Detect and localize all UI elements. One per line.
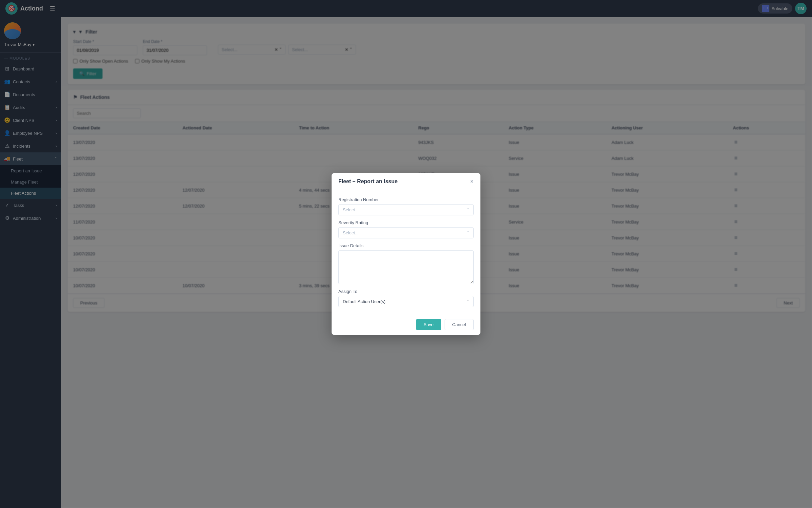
assign-to-text: Default Action User(s) (343, 299, 385, 304)
report-issue-modal: Fleet – Report an Issue × Registration N… (332, 173, 480, 335)
cancel-button[interactable]: Cancel (445, 319, 474, 330)
registration-number-label: Registration Number (338, 197, 474, 202)
issue-details-label: Issue Details (338, 243, 474, 248)
severity-chevron-icon: ˅ (467, 230, 469, 235)
severity-rating-label: Severity Rating (338, 220, 474, 225)
severity-select-text: Select... (343, 230, 359, 235)
modal-body: Registration Number Select... ˅ Severity… (332, 190, 480, 314)
registration-chevron-icon: ˅ (467, 207, 469, 212)
assign-to-chevron-icon: ˅ (467, 299, 469, 304)
assign-to-label: Assign To (338, 289, 474, 294)
assign-to-group: Assign To Default Action User(s) ˅ (338, 289, 474, 307)
severity-rating-select[interactable]: Select... ˅ (338, 227, 474, 238)
severity-rating-group: Severity Rating Select... ˅ (338, 220, 474, 238)
assign-to-select[interactable]: Default Action User(s) ˅ (338, 296, 474, 307)
modal-footer: Save Cancel (332, 314, 480, 335)
registration-select-text: Select... (343, 207, 359, 212)
modal-title: Fleet – Report an Issue (338, 178, 398, 185)
save-button[interactable]: Save (416, 319, 441, 330)
issue-details-textarea[interactable] (338, 250, 474, 284)
registration-number-group: Registration Number Select... ˅ (338, 197, 474, 215)
modal-header: Fleet – Report an Issue × (332, 173, 480, 190)
registration-number-select[interactable]: Select... ˅ (338, 204, 474, 215)
issue-details-group: Issue Details (338, 243, 474, 284)
modal-close-button[interactable]: × (470, 178, 474, 185)
modal-overlay: Fleet – Report an Issue × Registration N… (0, 0, 812, 508)
